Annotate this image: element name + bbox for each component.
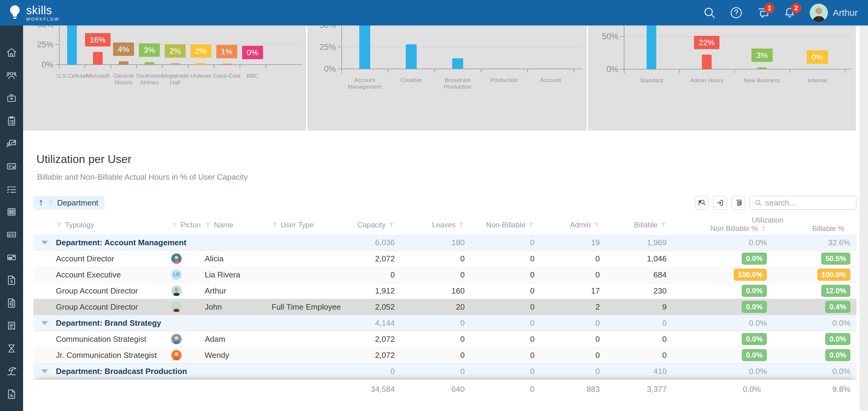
header-cell-leaves[interactable]: Leaves xyxy=(407,215,477,234)
group-by-department-chip[interactable]: Department xyxy=(33,196,104,210)
cell-usertype: Full Time Employee xyxy=(267,302,346,312)
cell-name: Adam xyxy=(200,335,267,344)
cell-bpct: 12.0% xyxy=(779,285,857,297)
header-cell-picture[interactable]: Picture xyxy=(167,215,200,234)
collapse-arrow[interactable] xyxy=(33,321,52,325)
header-cell-typology[interactable]: Typology xyxy=(52,215,167,234)
column-label: Capacity xyxy=(358,221,386,229)
home-icon[interactable] xyxy=(6,47,17,58)
collapse-arrow[interactable] xyxy=(33,370,52,373)
x-tick-mark xyxy=(481,69,482,72)
y-axis-line xyxy=(341,26,342,73)
avatar xyxy=(171,253,182,264)
group-row[interactable]: Department: Account Management6,03618001… xyxy=(33,234,857,251)
table-row[interactable]: Group Account DirectorArthur1,9121600172… xyxy=(33,283,857,299)
collapse-arrow[interactable] xyxy=(33,241,52,245)
utilization-group-label: Utilization xyxy=(679,216,857,224)
user-name: Arthur xyxy=(833,8,858,18)
column-chooser-button[interactable] xyxy=(731,196,745,210)
cell-typology: Group Account Director xyxy=(52,286,167,296)
report-icon[interactable] xyxy=(6,388,17,400)
vacation-icon[interactable] xyxy=(6,366,17,377)
filter-funnel-icon[interactable] xyxy=(593,222,600,228)
header-cell-name[interactable]: Name xyxy=(200,215,267,234)
table-row[interactable]: Communication StrategistAdam2,07200000.0… xyxy=(33,331,857,347)
user-menu[interactable]: Arthur xyxy=(810,4,858,22)
filter-funnel-icon[interactable] xyxy=(205,222,211,228)
chart-bar xyxy=(67,26,77,65)
cell-billable: 0 xyxy=(612,335,679,344)
users-icon[interactable] xyxy=(6,69,17,81)
avatar: LR xyxy=(171,270,182,280)
group-row[interactable]: Department: Brand Strategy4,14400000.0%0… xyxy=(33,315,857,331)
cell-leaves: 0 xyxy=(407,335,477,344)
group-chip-label: Department xyxy=(57,198,98,208)
export-button[interactable] xyxy=(713,196,727,210)
search-icon xyxy=(754,199,762,207)
chart-bar xyxy=(359,26,370,69)
filter-funnel-icon[interactable] xyxy=(56,222,63,228)
grid-search-box xyxy=(749,196,857,210)
column-label: User Type xyxy=(281,221,314,229)
column-label: Billable xyxy=(634,221,657,229)
hourglass-icon[interactable] xyxy=(6,343,17,354)
table-row[interactable]: Account ExecutiveLRLia Rivera0000684100.… xyxy=(33,267,857,283)
header-cell-usertype[interactable]: User Type xyxy=(267,215,346,234)
header-cell-admin[interactable]: Admin xyxy=(547,215,612,234)
cell-nbpct: 0.0% xyxy=(679,301,779,313)
header-cell-billable[interactable]: Billable xyxy=(612,215,679,234)
app-logo[interactable]: skills WORKFLOW xyxy=(0,4,60,21)
x-tick-mark xyxy=(162,65,163,68)
y-axis-line xyxy=(624,26,624,73)
y-tick-label: 50% xyxy=(312,26,336,30)
filter-funnel-icon[interactable] xyxy=(388,222,395,228)
cell-bpct: 0.4% xyxy=(779,301,857,313)
table-row[interactable]: Jr. Communication StrategistWendy2,07200… xyxy=(33,347,857,363)
messages-badge: 1 xyxy=(764,3,774,13)
header-cell-nonbillable[interactable]: Non-Billable xyxy=(477,215,547,234)
search-icon[interactable] xyxy=(703,6,716,20)
paycheck-icon[interactable]: $ xyxy=(6,229,17,241)
cell-billable: 0 xyxy=(612,351,679,360)
grid-search-input[interactable] xyxy=(765,198,851,208)
checklist-icon[interactable] xyxy=(6,183,17,195)
schedule-icon[interactable] xyxy=(6,206,17,218)
filter-funnel-icon[interactable] xyxy=(458,222,465,228)
briefcase-icon[interactable] xyxy=(6,92,17,104)
filter-funnel-icon[interactable] xyxy=(171,222,178,228)
search-panel-toggle-button[interactable] xyxy=(695,196,709,210)
group-row[interactable]: Department: Broadcast Production00004100… xyxy=(33,363,857,379)
header-cell-nbpct[interactable]: Non Billable % xyxy=(679,224,779,233)
table-row[interactable]: Group Account DirectorJohnFull Time Empl… xyxy=(33,299,857,315)
cell-nonbillable: 0 xyxy=(477,335,547,344)
messages-icon[interactable]: 1 xyxy=(756,6,770,20)
table-body: Department: Account Management6,03618001… xyxy=(33,234,857,379)
keypad-icon[interactable] xyxy=(6,252,17,263)
cell-billable: 684 xyxy=(612,270,679,280)
invoice-icon[interactable]: $ xyxy=(6,275,17,286)
table-row[interactable]: Account DirectorAlicia2,0720001,0460.0%5… xyxy=(33,251,857,267)
header-cell-bpct[interactable]: Billable % xyxy=(779,224,857,233)
x-tick-mark xyxy=(845,69,845,73)
card-icon[interactable] xyxy=(6,161,17,172)
filter-funnel-icon[interactable] xyxy=(272,222,278,228)
filter-funnel-icon[interactable] xyxy=(528,222,534,228)
table-totals-row: 34,58464008833,3770.0%9.8% xyxy=(33,379,857,401)
table-header: TypologyPictureNameUser TypeCapacityLeav… xyxy=(33,215,857,234)
header-cell-capacity[interactable]: Capacity xyxy=(346,215,407,234)
cell-nbpct: 100.0% xyxy=(679,268,779,281)
gridline xyxy=(341,47,582,48)
notifications-bell-icon[interactable]: 2 xyxy=(783,6,796,20)
scrollbar[interactable] xyxy=(860,26,868,411)
bar-value-label: 4% xyxy=(113,42,134,56)
filter-funnel-icon[interactable] xyxy=(760,225,767,232)
user-avatar xyxy=(810,4,828,22)
document-icon[interactable] xyxy=(6,297,17,309)
receipt-icon[interactable] xyxy=(6,320,17,331)
clipboard-icon[interactable] xyxy=(6,115,17,127)
filter-funnel-icon[interactable] xyxy=(660,222,666,228)
help-icon[interactable] xyxy=(730,6,743,20)
y-axis-line xyxy=(59,26,60,69)
cell-leaves: 0 xyxy=(407,270,477,280)
training-icon[interactable] xyxy=(6,138,17,149)
